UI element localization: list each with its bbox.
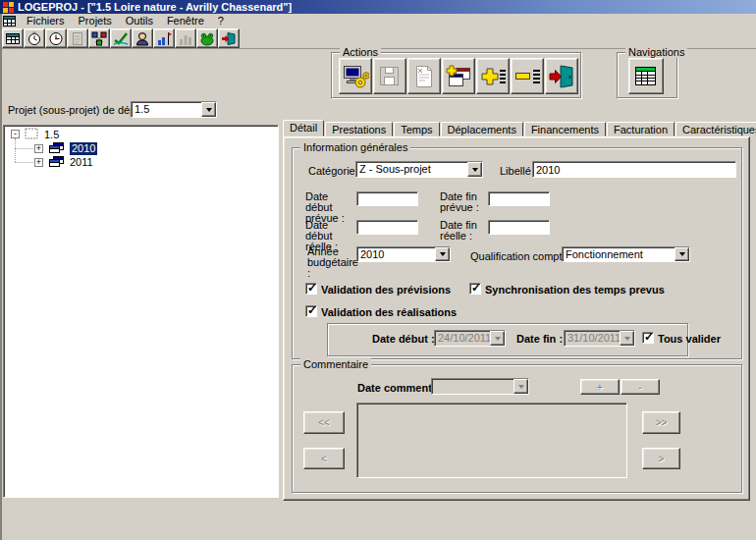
date-commentaire-dropdown-button <box>513 379 528 394</box>
categorie-combo[interactable]: Z - Sous-projet <box>355 161 483 178</box>
chevron-down-icon <box>679 252 685 256</box>
tree-root-collapse-toggle[interactable] <box>11 130 20 138</box>
toolbar-frog-button[interactable] <box>196 28 218 48</box>
document-x-icon <box>410 64 438 89</box>
child-window-icon[interactable] <box>3 16 16 27</box>
project-selector-value: 1.5 <box>132 102 201 117</box>
synchronisation-temps-label: Synchronisation des temps prevus <box>485 284 665 296</box>
toolbar-table-button[interactable] <box>2 28 24 48</box>
exit-door-icon <box>548 64 575 89</box>
validation-date-debut-dropdown-button <box>490 331 505 346</box>
menu-outils[interactable]: Outils <box>119 14 160 27</box>
qualification-comptable-value: Fonctionnement <box>563 247 675 261</box>
validation-previsions-checkbox[interactable] <box>305 283 317 295</box>
menu-help[interactable]: ? <box>211 14 231 27</box>
date-commentaire-combo <box>431 378 529 395</box>
minus-list-icon <box>513 64 541 89</box>
annee-budgetaire-label: Annéebudgétaire : <box>307 246 361 279</box>
date-fin-reelle-input[interactable] <box>488 220 550 235</box>
chevron-down-icon <box>518 385 524 389</box>
date-fin-reelle-label: Date finréelle : <box>440 220 489 242</box>
toolbar-chart-button <box>175 28 196 48</box>
chevron-down-icon <box>495 337 501 341</box>
validation-date-debut-combo: 24/10/2011 <box>434 330 506 347</box>
toolbar-planning-button[interactable] <box>24 28 45 48</box>
validation-date-debut-value: 24/10/2011 <box>435 331 490 346</box>
tab-deplacements[interactable]: Déplacements <box>441 122 523 136</box>
tree-node-2010-expand-toggle[interactable] <box>34 144 43 153</box>
action-quit-button[interactable] <box>545 58 578 94</box>
computer-gears-icon <box>342 64 369 89</box>
tree-node-2011[interactable]: 2011 <box>70 156 93 169</box>
chevron-down-icon <box>624 337 630 341</box>
date-debut-prevue-input[interactable] <box>356 191 418 206</box>
tous-valider-checkbox[interactable] <box>642 332 654 344</box>
comment-prev-button: < <box>303 448 345 469</box>
tab-facturation[interactable]: Facturation <box>607 122 675 136</box>
tab-financements[interactable]: Financements <box>524 122 606 136</box>
tree-node-2010[interactable]: 2010 <box>70 142 97 155</box>
tab-detail[interactable]: Détail <box>283 120 324 136</box>
commentaire-group-label: Commentaire <box>300 358 371 370</box>
application-window: LOGEPROJ - ["1.5 Loire nature - Avrilly … <box>0 0 756 540</box>
tab-prestations[interactable]: Prestations <box>325 122 393 136</box>
menu-projets[interactable]: Projets <box>72 14 119 27</box>
action-save-button <box>373 58 406 94</box>
tab-temps[interactable]: Temps <box>394 122 439 136</box>
tous-valider-label: Tous valider <box>658 333 721 345</box>
tab-caracteristiques[interactable]: Caractéristiques <box>675 122 756 136</box>
chevron-down-icon <box>472 168 478 172</box>
validation-realisations-checkbox[interactable] <box>305 305 317 317</box>
commentaire-group: Commentaire Date commentaire : + - << < … <box>292 364 742 493</box>
app-icon <box>3 2 14 13</box>
toolbar-user-button[interactable] <box>132 28 153 48</box>
information-generales-group: Information générales Catégorie : Z - So… <box>292 147 742 359</box>
validation-previsions-label: Validation des prévisions <box>321 284 451 296</box>
subproject-windows-icon <box>48 141 65 154</box>
toolbar-clock-button[interactable] <box>45 28 67 48</box>
tree-connector <box>15 138 16 162</box>
validate-check-icon <box>113 31 129 46</box>
date-debut-reelle-input[interactable] <box>356 220 418 235</box>
navigations-group: Navigations <box>617 52 677 98</box>
project-selector-dropdown-button[interactable] <box>201 102 216 117</box>
action-validate-button[interactable] <box>339 58 372 94</box>
toolbar-exit-button[interactable] <box>218 28 240 48</box>
action-remove-button[interactable] <box>511 58 544 94</box>
menu-fichiers[interactable]: Fichiers <box>20 14 72 27</box>
windows-plus-icon <box>445 64 472 89</box>
toolbar-validate-button[interactable] <box>110 28 132 48</box>
categorie-value: Z - Sous-projet <box>356 162 467 177</box>
annee-budgetaire-dropdown-button[interactable] <box>435 247 450 261</box>
tab-strip: Détail Prestations Temps Déplacements Fi… <box>283 122 756 136</box>
qualification-comptable-combo[interactable]: Fonctionnement <box>562 246 690 262</box>
navigations-group-label: Navigations <box>625 46 687 58</box>
synchronisation-temps-checkbox[interactable] <box>469 283 481 295</box>
date-fin-prevue-input[interactable] <box>488 191 550 206</box>
navigation-grid-button[interactable] <box>628 58 664 94</box>
validation-date-fin-combo: 31/10/2011 <box>564 330 635 347</box>
date-fin-prevue-label: Date finprévue : <box>440 191 489 213</box>
qualification-comptable-dropdown-button[interactable] <box>675 247 689 261</box>
menu-fenetre[interactable]: Fenêtre <box>160 14 211 27</box>
subproject-windows-icon <box>48 155 65 168</box>
toolbar-milestone-button[interactable] <box>153 28 175 48</box>
menu-bar: Fichiers Projets Outils Fenêtre ? <box>0 14 756 27</box>
toolbar-network-button[interactable] <box>88 28 110 48</box>
project-tree[interactable]: 1.5 2010 2011 <box>3 125 279 498</box>
tree-connector <box>15 148 33 149</box>
annee-budgetaire-combo[interactable]: 2010 <box>356 246 451 262</box>
tree-node-2011-expand-toggle[interactable] <box>34 158 43 167</box>
user-icon <box>135 31 150 46</box>
project-selector-combo[interactable]: 1.5 <box>131 101 217 118</box>
dashed-folder-icon <box>25 128 39 139</box>
categorie-dropdown-button[interactable] <box>467 162 482 177</box>
chevron-down-icon <box>206 108 212 112</box>
action-new-window-button[interactable] <box>442 58 475 94</box>
window-left-border <box>0 14 2 540</box>
libelle-input[interactable] <box>532 161 736 178</box>
title-bar: LOGEPROJ - ["1.5 Loire nature - Avrilly … <box>0 0 756 14</box>
action-add-button[interactable] <box>476 58 510 94</box>
tree-node-root[interactable]: 1.5 <box>44 129 59 141</box>
actions-group-label: Actions <box>340 46 381 58</box>
